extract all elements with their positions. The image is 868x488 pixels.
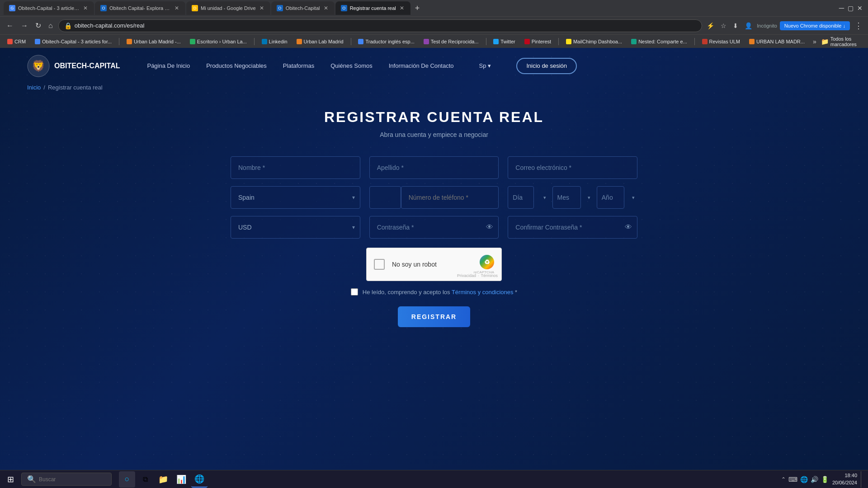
tab-close-2[interactable]: ✕ bbox=[174, 4, 180, 12]
confirm-password-input[interactable] bbox=[508, 216, 637, 239]
breadcrumb-home[interactable]: Inicio bbox=[27, 84, 41, 91]
bookmark-label-revistas: Revistas ULM bbox=[709, 39, 740, 44]
taskbar-excel[interactable]: 📊 bbox=[173, 471, 189, 488]
bookmark-urbanlab[interactable]: URBAN LAB MADR... bbox=[745, 37, 808, 47]
bookmark-linkedin[interactable]: Linkedin bbox=[258, 37, 291, 47]
home-button[interactable]: ⌂ bbox=[46, 20, 56, 32]
captcha-checkbox[interactable] bbox=[374, 259, 385, 270]
tab-close-3[interactable]: ✕ bbox=[259, 4, 265, 12]
phone-code-input[interactable]: 34 bbox=[369, 186, 401, 209]
bookmark-nested[interactable]: Nested: Comparte e... bbox=[627, 37, 691, 47]
terms-row: He leído, comprendo y acepto los Término… bbox=[231, 288, 637, 296]
nav-quienes[interactable]: Quiénes Somos bbox=[330, 62, 373, 69]
close-button[interactable]: ✕ bbox=[855, 3, 864, 14]
task-view-icon: ⧉ bbox=[143, 475, 148, 483]
extensions-button[interactable]: ⚡ bbox=[705, 20, 716, 31]
bookmark-escritorio[interactable]: Escritorio › Urban La... bbox=[186, 37, 250, 47]
email-input[interactable] bbox=[508, 156, 637, 179]
menu-button[interactable]: ⋮ bbox=[853, 19, 864, 33]
forward-button[interactable]: → bbox=[18, 20, 31, 32]
bookmark-mailchimp[interactable]: MailChimp Dashboa... bbox=[562, 37, 626, 47]
address-bar[interactable]: 🔒 obitech-capital.com/es/real bbox=[58, 19, 703, 32]
year-select[interactable]: Año bbox=[597, 186, 624, 209]
taskbar-chrome[interactable]: 🌐 bbox=[191, 471, 208, 488]
keyboard-icon[interactable]: ⌨ bbox=[788, 476, 797, 483]
tab-close-4[interactable]: ✕ bbox=[323, 4, 329, 12]
tab-close-5[interactable]: ✕ bbox=[399, 4, 405, 12]
tab-3[interactable]: D Mi unidad - Google Drive ✕ bbox=[186, 1, 270, 15]
bookmark-obitech[interactable]: Obitech-Capital - 3 articles for... bbox=[31, 37, 115, 47]
captcha-sep: · bbox=[478, 273, 479, 278]
back-button[interactable]: ← bbox=[4, 20, 16, 32]
tab-1[interactable]: G Obitech-Capital - 3 articles for... ✕ bbox=[4, 1, 94, 15]
password-toggle-icon[interactable]: 👁 bbox=[486, 223, 493, 231]
taskbar-search[interactable]: 🔍 bbox=[21, 473, 112, 486]
chevron-up-icon[interactable]: ⌃ bbox=[781, 476, 786, 483]
captcha-box[interactable]: No soy un robot ♻ reCAPTCHA Privacidad ·… bbox=[366, 248, 502, 281]
phone-number-input[interactable] bbox=[401, 186, 499, 209]
maximize-button[interactable]: ▢ bbox=[846, 3, 855, 14]
captcha-terms-link[interactable]: Términos bbox=[481, 273, 498, 278]
cortana-icon: ○ bbox=[125, 474, 130, 484]
form-subtitle: Abra una cuenta y empiece a negociar bbox=[380, 131, 488, 138]
battery-icon: 🔋 bbox=[821, 476, 829, 483]
day-chevron-icon: ▾ bbox=[543, 195, 546, 201]
bookmark-traductor[interactable]: Traductor inglés esp... bbox=[354, 37, 418, 47]
tab-4[interactable]: O Obitech-Capital ✕ bbox=[271, 1, 335, 15]
bookmark-label-traductor: Traductor inglés esp... bbox=[365, 39, 414, 44]
terms-checkbox[interactable] bbox=[351, 288, 358, 296]
nav-inicio[interactable]: Página De Inicio bbox=[147, 62, 190, 69]
taskbar-cortana[interactable]: ○ bbox=[119, 471, 135, 488]
bookmark-label-nested: Nested: Comparte e... bbox=[638, 39, 687, 44]
bookmark-pinterest[interactable]: Pinterest bbox=[521, 37, 555, 47]
reload-button[interactable]: ↻ bbox=[33, 19, 44, 32]
bookmark-button[interactable]: ☆ bbox=[719, 20, 728, 31]
taskbar-file-explorer[interactable]: 📁 bbox=[155, 471, 171, 488]
login-button[interactable]: Inicio de sesión bbox=[516, 58, 577, 75]
tab-2[interactable]: O Obitech Capital- Explora el mu... ✕ bbox=[95, 1, 185, 15]
bookmark-urban2[interactable]: Urban Lab Madrid bbox=[293, 37, 347, 47]
register-button[interactable]: REGISTRAR bbox=[398, 306, 470, 327]
network-icon[interactable]: 🌐 bbox=[800, 476, 808, 483]
tab-close-1[interactable]: ✕ bbox=[82, 4, 89, 12]
show-desktop-button[interactable] bbox=[861, 471, 864, 488]
minimize-button[interactable]: ─ bbox=[837, 2, 846, 14]
download-button[interactable]: ⬇ bbox=[731, 20, 740, 31]
day-select[interactable]: Día bbox=[508, 186, 534, 209]
bookmark-favicon-urban1 bbox=[127, 39, 132, 44]
bookmark-test[interactable]: Test de Reciprocida... bbox=[420, 37, 482, 47]
taskbar-clock[interactable]: 18:40 20/06/2024 bbox=[832, 472, 857, 486]
bookmark-revistas[interactable]: Revistas ULM bbox=[698, 37, 744, 47]
bookmark-divider-5 bbox=[558, 38, 559, 45]
language-selector[interactable]: Sp ▾ bbox=[479, 62, 491, 69]
nav-productos[interactable]: Productos Negociables bbox=[206, 62, 267, 69]
bookmarks-folder[interactable]: 📁 Todos los marcadores bbox=[821, 36, 864, 47]
tab-label-3: Mi unidad - Google Drive bbox=[201, 5, 256, 11]
nav-contacto[interactable]: Información De Contacto bbox=[389, 62, 454, 69]
taskbar-right: ⌃ ⌨ 🌐 🔊 🔋 18:40 20/06/2024 bbox=[781, 471, 864, 488]
volume-icon[interactable]: 🔊 bbox=[811, 476, 818, 483]
bookmark-urban1[interactable]: Urban Lab Madrid -... bbox=[123, 37, 184, 47]
new-tab-button[interactable]: + bbox=[411, 4, 424, 13]
captcha-privacy-link[interactable]: Privacidad bbox=[457, 273, 476, 278]
taskbar-system-icons: ⌃ ⌨ 🌐 🔊 🔋 bbox=[781, 476, 829, 483]
nombre-input[interactable] bbox=[231, 156, 360, 179]
nav-plataformas[interactable]: Plataformas bbox=[283, 62, 314, 69]
taskbar-search-input[interactable] bbox=[39, 476, 102, 483]
taskbar-task-view[interactable]: ⧉ bbox=[137, 471, 153, 488]
confirm-password-toggle-icon[interactable]: 👁 bbox=[625, 223, 632, 231]
month-select[interactable]: Mes bbox=[552, 186, 581, 209]
tab-5-active[interactable]: O Registrar cuenta real ✕ bbox=[335, 1, 410, 15]
terms-link[interactable]: Términos y condiciones bbox=[452, 289, 514, 296]
logo-area[interactable]: 🦁 OBITECH-CAPITAL bbox=[27, 55, 120, 77]
bookmark-crm[interactable]: CRM bbox=[4, 37, 29, 47]
new-chrome-button[interactable]: Nuevo Chrome disponible ↓ bbox=[780, 21, 850, 30]
bookmarks-more-button[interactable]: » bbox=[810, 37, 819, 46]
clock-date: 20/06/2024 bbox=[832, 479, 857, 486]
country-select[interactable]: Spain Germany France Italy Portugal Unit… bbox=[231, 186, 360, 209]
start-button[interactable]: ⊞ bbox=[4, 473, 18, 486]
bookmark-twitter[interactable]: Twitter bbox=[490, 37, 519, 47]
currency-select[interactable]: USD EUR GBP bbox=[231, 216, 360, 239]
apellido-input[interactable] bbox=[369, 156, 499, 179]
password-input[interactable] bbox=[369, 216, 499, 239]
